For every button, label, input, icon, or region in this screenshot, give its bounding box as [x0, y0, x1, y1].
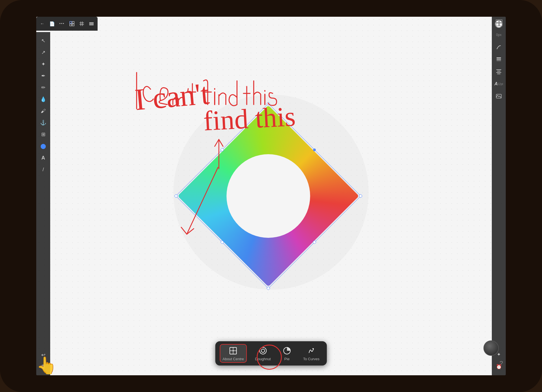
direct-select-tool[interactable]: ↗: [38, 47, 49, 58]
handle-rm: [313, 240, 316, 244]
pen-tool[interactable]: ✒: [38, 71, 49, 81]
svg-text:I can't: I can't: [133, 76, 210, 117]
doughnut-tool[interactable]: Doughnut: [252, 344, 274, 363]
top-toolbar: ← 📄 •••: [36, 17, 98, 31]
about-centre-label: About Centre: [222, 357, 244, 361]
hand-hint: 👆: [36, 355, 57, 375]
pencil-tool[interactable]: ✏: [38, 82, 49, 93]
align-tool[interactable]: [493, 66, 504, 77]
svg-rect-19: [497, 71, 500, 71]
doughnut-label: Doughnut: [255, 357, 271, 361]
right-toolbar: 0px A 12pt ✦ ⏰: [492, 17, 506, 375]
question-mark[interactable]: ?: [500, 360, 503, 367]
handle-lm: [220, 148, 224, 152]
svg-rect-18: [496, 69, 501, 70]
grid-button[interactable]: [78, 19, 85, 28]
svg-rect-20: [496, 72, 501, 73]
crop-tool[interactable]: ⊞: [38, 129, 49, 140]
svg-point-32: [261, 349, 265, 352]
more-button[interactable]: •••: [58, 19, 66, 28]
magic-wand-tool[interactable]: ✦: [38, 59, 49, 69]
about-centre-tool[interactable]: About Centre: [220, 344, 247, 363]
stroke-tool[interactable]: [493, 42, 504, 52]
selection-box: [176, 103, 361, 289]
svg-rect-26: [499, 23, 502, 26]
anchor-tool[interactable]: ⚓: [38, 117, 49, 128]
handle-bm: [220, 240, 224, 244]
pie-icon: [282, 346, 292, 356]
svg-point-31: [260, 347, 266, 354]
svg-rect-5: [72, 21, 74, 23]
knife-tool[interactable]: /: [38, 164, 49, 175]
svg-rect-21: [497, 74, 500, 74]
svg-rect-23: [496, 20, 499, 23]
svg-rect-24: [499, 20, 502, 23]
canvas-area: I can't find this: [36, 17, 506, 375]
text-tool[interactable]: A: [38, 153, 49, 163]
shape-tool[interactable]: ⬤: [38, 141, 49, 151]
brush-tool[interactable]: 🖌: [38, 106, 49, 116]
to-curves-label: To Curves: [303, 357, 320, 361]
pie-tool[interactable]: Pie: [279, 344, 295, 363]
font-size-label: 12pt: [498, 83, 503, 86]
pie-label: Pie: [284, 357, 290, 361]
to-curves-tool[interactable]: To Curves: [300, 344, 322, 363]
expand-icon[interactable]: [495, 19, 503, 28]
left-toolbar: ↖ ↗ ✦ ✒ ✏ 💧 🖌 ⚓ ⊞ ⬤ A / ↩ 🗑: [36, 32, 50, 375]
image-tool[interactable]: [493, 91, 504, 101]
svg-rect-16: [497, 59, 501, 60]
svg-rect-6: [70, 24, 72, 26]
doughnut-icon: [258, 346, 268, 356]
svg-point-30: [233, 350, 234, 351]
handle-tm: [313, 148, 316, 152]
settings-button[interactable]: [88, 19, 95, 28]
svg-rect-15: [497, 60, 501, 61]
layers-tool[interactable]: [493, 54, 504, 65]
svg-rect-25: [496, 23, 499, 26]
shape-container: [201, 129, 335, 263]
stroke-value: 0px: [496, 33, 501, 37]
svg-rect-14: [89, 25, 94, 25]
eyedropper-tool[interactable]: 💧: [38, 94, 49, 105]
svg-rect-17: [497, 57, 501, 58]
svg-rect-7: [72, 24, 74, 26]
select-tool[interactable]: ↖: [38, 35, 49, 46]
svg-rect-12: [89, 22, 94, 23]
svg-rect-4: [70, 21, 72, 23]
svg-rect-13: [89, 23, 94, 24]
finger-dial[interactable]: [483, 340, 499, 356]
bottom-toolbar: About Centre Doughnut Pie To Curves: [215, 341, 327, 366]
view-button[interactable]: [68, 19, 76, 28]
transform-tool[interactable]: A 12pt: [493, 79, 504, 89]
document-button[interactable]: 📄: [48, 19, 56, 28]
to-curves-icon: [306, 346, 316, 356]
stroke-width-label: 0px: [493, 30, 504, 40]
back-button[interactable]: ←: [38, 19, 46, 28]
about-centre-icon: [228, 346, 238, 356]
